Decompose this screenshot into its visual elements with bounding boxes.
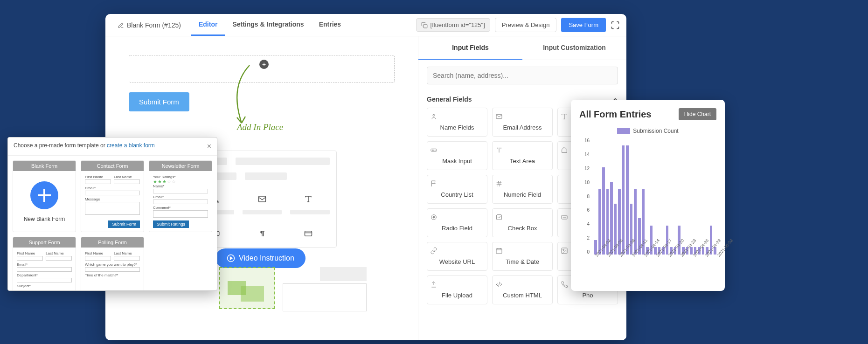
- upload-icon: [430, 281, 484, 288]
- form-name-text: Blank Form (#125): [127, 21, 181, 29]
- preview-button[interactable]: Preview & Design: [495, 18, 557, 32]
- chart-bars: [594, 138, 716, 255]
- shortcode-text: [fluentform id="125"]: [431, 21, 485, 28]
- copy-icon: [421, 22, 428, 28]
- svg-point-9: [432, 150, 433, 150]
- flag-icon: [430, 180, 484, 187]
- ghost-element: [283, 283, 367, 311]
- close-icon[interactable]: ×: [207, 142, 211, 151]
- play-icon: [227, 254, 235, 262]
- field-label: Pho: [582, 292, 593, 299]
- template-blank-form[interactable]: Blank Form New Blank Form: [13, 160, 76, 232]
- save-button[interactable]: Save Form: [561, 18, 606, 32]
- template-prompt: Choose a pre-made form template or: [14, 142, 107, 149]
- tab-editor[interactable]: Editor: [191, 14, 225, 36]
- new-blank-label: New Blank Form: [17, 216, 72, 222]
- sidebar-tab-input-fields[interactable]: Input Fields: [418, 36, 522, 60]
- field-label: Email Address: [503, 124, 542, 131]
- svg-rect-16: [496, 248, 502, 254]
- form-submit-button[interactable]: Submit Form: [129, 92, 189, 111]
- mail-icon: [495, 113, 549, 120]
- plus-icon: [30, 181, 58, 209]
- template-newsletter-form[interactable]: Newsletter Form Your Ratings* ★★★☆☆ Name…: [149, 160, 212, 232]
- mail-icon: [258, 195, 266, 203]
- check-icon: [495, 213, 549, 221]
- sidebar-tab-customization[interactable]: Input Customization: [522, 36, 626, 60]
- hide-chart-button[interactable]: Hide Chart: [679, 108, 716, 120]
- chart-legend: Submission Count: [579, 128, 716, 134]
- field-name-fields[interactable]: Name Fields: [427, 108, 487, 137]
- svg-rect-7: [496, 114, 502, 118]
- chart-bar: [598, 189, 601, 255]
- field-label: Country List: [441, 191, 473, 198]
- field-mask-input[interactable]: Mask Input: [427, 141, 487, 170]
- shortcode-box[interactable]: [fluentform id="125"]: [416, 18, 490, 32]
- field-website-url[interactable]: Website URL: [427, 242, 487, 271]
- field-label: Custom HTML: [503, 292, 542, 299]
- chart-bar: [610, 182, 613, 255]
- chart-bar: [622, 145, 625, 255]
- field-label: Time & Date: [506, 258, 539, 265]
- template-submit-button: Submit Form: [108, 220, 140, 228]
- field-label: Numeric Field: [504, 191, 541, 198]
- field-custom-html[interactable]: Custom HTML: [492, 275, 553, 304]
- drag-preview: [219, 267, 275, 309]
- arrow-annotation: [224, 63, 266, 129]
- editor-header: Blank Form (#125) Editor Settings & Inte…: [105, 14, 626, 36]
- nav-tabs: Editor Settings & Integrations Entries: [191, 14, 348, 36]
- chart-bar: [626, 145, 629, 255]
- x-axis: 2021-04-022021-04-052021-04-082021-04-11…: [594, 255, 716, 271]
- star-rating: ★★★☆☆: [153, 179, 208, 184]
- field-label: Website URL: [439, 258, 475, 265]
- legend-label: Submission Count: [633, 128, 678, 134]
- template-support-form[interactable]: Support Form First Name Last Name Email*…: [13, 237, 76, 291]
- textarea-icon: [495, 146, 549, 154]
- field-label: Text Area: [510, 158, 535, 165]
- svg-rect-2: [258, 196, 265, 202]
- search-input[interactable]: [427, 67, 618, 84]
- chart-title: All Form Entries: [579, 109, 651, 120]
- template-card-title: Newsletter Form: [149, 161, 212, 171]
- link-icon: [430, 247, 484, 255]
- create-blank-link[interactable]: create a blank form: [107, 142, 155, 149]
- expand-icon[interactable]: [611, 21, 620, 30]
- svg-rect-0: [424, 24, 427, 28]
- video-instruction-button[interactable]: Video Instruction: [215, 248, 306, 268]
- field-label: Mask Input: [442, 158, 472, 165]
- tab-entries[interactable]: Entries: [312, 14, 348, 36]
- svg-rect-4: [305, 231, 312, 236]
- field-text-area[interactable]: Text Area: [492, 141, 553, 170]
- svg-rect-14: [497, 215, 502, 220]
- field-check-box[interactable]: Check Box: [492, 208, 553, 237]
- field-email-address[interactable]: Email Address: [492, 108, 553, 137]
- field-file-upload[interactable]: File Upload: [427, 275, 487, 304]
- form-name[interactable]: Blank Form (#125): [112, 21, 187, 29]
- svg-point-6: [433, 114, 435, 116]
- mask-icon: [430, 146, 484, 154]
- chart-panel: All Form Entries Hide Chart Submission C…: [571, 100, 725, 291]
- template-card-title: Support Form: [13, 237, 76, 248]
- template-modal-header: Choose a pre-made form template or creat…: [8, 138, 217, 156]
- cal-icon: [495, 247, 549, 255]
- legend-swatch: [617, 128, 630, 134]
- pencil-icon: [118, 22, 124, 28]
- field-label: Check Box: [508, 225, 537, 232]
- template-card-title: Polling Form: [81, 237, 144, 248]
- radio-icon: [430, 213, 484, 221]
- template-polling-form[interactable]: Polling Form First Name Last Name Which …: [81, 237, 144, 291]
- template-card-title: Blank Form: [13, 161, 76, 171]
- ghost-element: [320, 267, 367, 281]
- template-contact-form[interactable]: Contact Form First Name Last Name Email*…: [81, 160, 144, 232]
- user-icon: [430, 113, 484, 120]
- card-icon: [304, 229, 312, 238]
- field-country-list[interactable]: Country List: [427, 175, 487, 204]
- paragraph-icon: [258, 229, 266, 238]
- field-label: Name Fields: [440, 124, 474, 131]
- field-numeric-field[interactable]: Numeric Field: [492, 175, 553, 204]
- tab-settings[interactable]: Settings & Integrations: [225, 14, 311, 36]
- field-label: File Upload: [442, 292, 472, 299]
- field-radio-field[interactable]: Radio Field: [427, 208, 487, 237]
- field-time-&-date[interactable]: Time & Date: [492, 242, 553, 271]
- svg-point-18: [563, 249, 564, 251]
- template-modal: Choose a pre-made form template or creat…: [7, 137, 217, 291]
